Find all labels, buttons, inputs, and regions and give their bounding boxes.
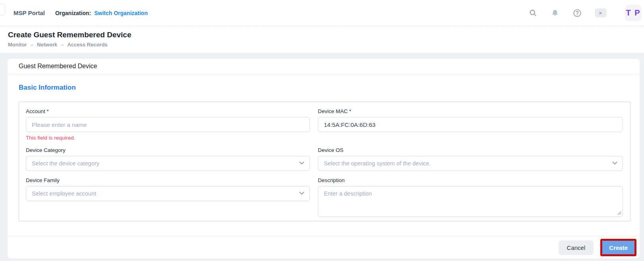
account-input[interactable] (26, 117, 310, 132)
chevron-down-icon (299, 192, 304, 195)
device-mac-field-group: Device MAC * (318, 108, 623, 132)
organization-switcher: Organization: Switch Organization (55, 10, 148, 16)
organization-label: Organization: (55, 10, 91, 16)
switch-organization-link[interactable]: Switch Organization (94, 10, 148, 16)
breadcrumb-separator: – (61, 42, 64, 48)
description-field-group: Description (318, 177, 623, 217)
basic-information-fieldset: Account * This field is required. Device… (19, 102, 630, 221)
device-mac-label: Device MAC * (318, 108, 623, 114)
app-root: MSP Portal Organization: Switch Organiza… (0, 0, 644, 259)
breadcrumb-monitor[interactable]: Monitor (8, 42, 27, 48)
device-os-field-group: Device OS Select the operating system of… (318, 147, 623, 171)
device-category-label: Device Category (26, 147, 310, 153)
chevron-down-icon (612, 161, 617, 165)
device-family-field-group: Device Family Select employee account (26, 177, 310, 201)
breadcrumb-separator: – (31, 42, 33, 48)
breadcrumb: Monitor – Network – Access Records (8, 42, 644, 48)
account-label: Account * (26, 108, 310, 114)
device-os-label: Device OS (318, 147, 623, 153)
breadcrumb-network[interactable]: Network (37, 42, 57, 48)
device-family-placeholder: Select employee account (32, 190, 96, 197)
user-avatar[interactable]: T P (625, 5, 642, 21)
sidebar-edge-tab[interactable] (0, 4, 6, 15)
card-title: Guest Remembered Device (8, 59, 640, 74)
breadcrumb-access-records[interactable]: Access Records (67, 42, 107, 48)
device-category-field-group: Device Category Select the device catego… (26, 147, 310, 171)
main-content: Guest Remembered Device Basic Informatio… (0, 53, 644, 259)
chevron-down-icon (299, 161, 304, 165)
brand-title: MSP Portal (14, 10, 45, 16)
card-body: Basic Information Account * This field i… (8, 74, 640, 236)
top-actions: T P (528, 5, 642, 21)
cancel-button[interactable]: Cancel (559, 240, 594, 255)
form-grid: Account * This field is required. Device… (26, 108, 623, 217)
account-error-message: This field is required. (26, 135, 310, 141)
device-family-label: Device Family (26, 177, 310, 183)
click-target-annotation: Create (600, 239, 636, 256)
page-header: Create Guest Remembered Device Monitor –… (0, 26, 644, 53)
description-textarea-wrap (318, 186, 623, 217)
device-mac-input[interactable] (318, 117, 623, 132)
device-os-select[interactable]: Select the operating system of the devic… (318, 156, 623, 171)
description-textarea[interactable] (318, 186, 623, 217)
notifications-bell-icon[interactable] (550, 8, 560, 18)
help-icon[interactable] (572, 8, 582, 18)
device-category-select[interactable]: Select the device category (26, 156, 310, 171)
create-button[interactable]: Create (602, 241, 634, 254)
guest-remembered-device-card: Guest Remembered Device Basic Informatio… (8, 59, 640, 259)
top-bar: MSP Portal Organization: Switch Organiza… (0, 0, 644, 26)
resize-handle-icon[interactable] (617, 211, 621, 215)
form-actions: Cancel Create (8, 236, 640, 259)
basic-information-heading: Basic Information (19, 84, 630, 92)
description-label: Description (318, 177, 623, 183)
device-family-select[interactable]: Select employee account (26, 186, 310, 201)
page-title: Create Guest Remembered Device (8, 31, 644, 39)
account-field-group: Account * This field is required. (26, 108, 310, 141)
tutorial-video-icon[interactable] (595, 8, 607, 17)
search-icon[interactable] (528, 8, 538, 18)
device-os-placeholder: Select the operating system of the devic… (324, 160, 431, 167)
device-category-placeholder: Select the device category (32, 160, 99, 167)
